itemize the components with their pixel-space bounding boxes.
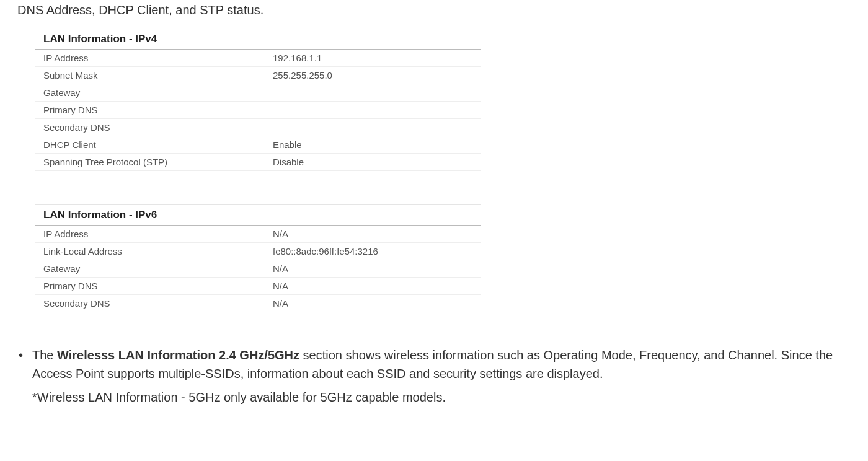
- row-value: Disable: [273, 157, 304, 167]
- row-label: IP Address: [43, 53, 273, 63]
- intro-text: DNS Address, DHCP Client, and STP status…: [0, 0, 868, 25]
- table-row: Link-Local Address fe80::8adc:96ff:fe54:…: [35, 243, 481, 260]
- bullet-bold: Wirelesss LAN Information 2.4 GHz/5GHz: [57, 348, 299, 362]
- row-value: N/A: [273, 229, 288, 239]
- table-row: Spanning Tree Protocol (STP) Disable: [35, 154, 481, 171]
- table-row: IP Address N/A: [35, 226, 481, 243]
- bullet-prefix: The: [32, 348, 57, 362]
- table-row: Primary DNS N/A: [35, 278, 481, 295]
- table-row: Gateway: [35, 84, 481, 102]
- row-label: Link-Local Address: [43, 246, 273, 257]
- lan-ipv4-panel: LAN Information - IPv4 IP Address 192.16…: [35, 29, 481, 171]
- row-label: Secondary DNS: [43, 298, 273, 309]
- row-label: Primary DNS: [43, 281, 273, 291]
- row-label: Gateway: [43, 87, 273, 98]
- row-value: fe80::8adc:96ff:fe54:3216: [273, 246, 378, 257]
- row-label: Secondary DNS: [43, 122, 273, 133]
- lan-ipv4-title: LAN Information - IPv4: [35, 29, 481, 50]
- bullet-section: • The Wirelesss LAN Information 2.4 GHz/…: [0, 346, 868, 383]
- row-value: N/A: [273, 298, 288, 309]
- row-value: Enable: [273, 139, 302, 150]
- lan-ipv6-panel: LAN Information - IPv6 IP Address N/A Li…: [35, 204, 481, 312]
- table-row: Primary DNS: [35, 102, 481, 119]
- bullet-text: The Wirelesss LAN Information 2.4 GHz/5G…: [32, 346, 861, 383]
- row-value: 255.255.255.0: [273, 70, 332, 81]
- table-row: IP Address 192.168.1.1: [35, 50, 481, 67]
- row-label: Subnet Mask: [43, 70, 273, 81]
- bullet-item: • The Wirelesss LAN Information 2.4 GHz/…: [19, 346, 861, 383]
- row-label: IP Address: [43, 229, 273, 239]
- row-label: Spanning Tree Protocol (STP): [43, 157, 273, 167]
- table-row: Secondary DNS: [35, 119, 481, 136]
- row-label: Primary DNS: [43, 105, 273, 115]
- table-row: Secondary DNS N/A: [35, 295, 481, 312]
- footnote: *Wireless LAN Information - 5GHz only av…: [0, 388, 868, 406]
- bullet-dot-icon: •: [19, 346, 32, 364]
- row-label: DHCP Client: [43, 139, 273, 150]
- row-label: Gateway: [43, 263, 273, 274]
- table-row: Gateway N/A: [35, 260, 481, 278]
- row-value: N/A: [273, 281, 288, 291]
- lan-ipv6-title: LAN Information - IPv6: [35, 204, 481, 226]
- table-row: DHCP Client Enable: [35, 136, 481, 154]
- row-value: 192.168.1.1: [273, 53, 322, 63]
- table-row: Subnet Mask 255.255.255.0: [35, 67, 481, 84]
- row-value: N/A: [273, 263, 288, 274]
